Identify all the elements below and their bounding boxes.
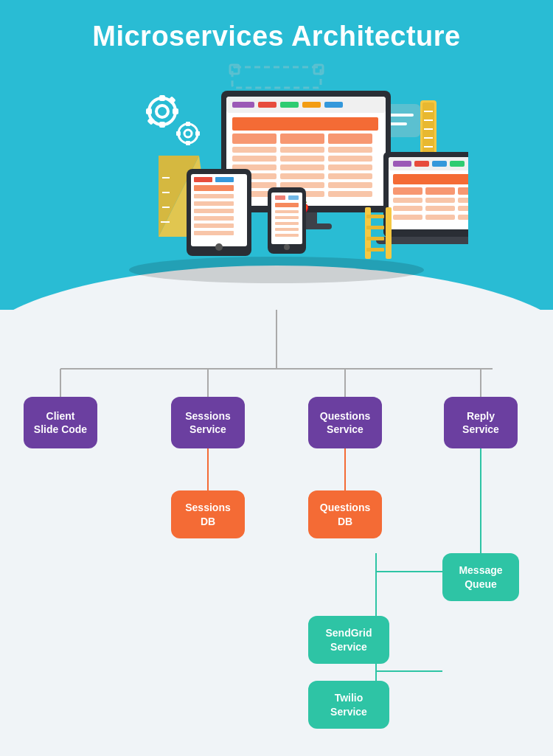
sessions-service-label: SessionsService [185,409,230,436]
svg-rect-8 [173,108,178,114]
svg-rect-106 [288,195,299,200]
svg-rect-14 [186,122,190,126]
svg-rect-111 [275,228,299,231]
svg-rect-6 [159,95,165,101]
svg-rect-50 [280,147,324,153]
svg-rect-15 [186,141,190,145]
message-queue-label: MessageQueue [459,563,502,590]
svg-rect-88 [425,215,455,220]
connector-lines [0,310,553,752]
svg-rect-118 [366,237,384,240]
twilio-node: TwilioService [308,681,389,729]
svg-rect-45 [232,117,378,131]
svg-rect-63 [328,182,372,188]
svg-rect-105 [275,195,285,200]
svg-rect-112 [275,234,299,237]
svg-rect-110 [275,222,299,225]
svg-rect-81 [393,198,422,203]
svg-point-113 [284,244,290,250]
svg-point-13 [184,130,192,137]
questions-db-node: QuestionsDB [308,490,382,538]
svg-rect-40 [232,102,254,108]
svg-rect-76 [450,161,465,167]
svg-rect-51 [328,147,372,153]
svg-point-5 [156,105,168,117]
svg-rect-59 [280,173,324,179]
sessions-service-node: SessionsService [171,397,245,448]
svg-rect-107 [275,203,299,207]
message-queue-node: MessageQueue [442,553,519,601]
svg-rect-53 [280,156,324,162]
svg-rect-52 [232,156,276,162]
reply-service-label: ReplyService [462,409,499,436]
svg-rect-119 [366,248,384,252]
hero-illustration: 🍎 [0,52,553,288]
svg-rect-42 [280,102,299,108]
svg-rect-86 [458,206,468,211]
svg-rect-54 [328,156,372,162]
svg-rect-98 [194,209,234,213]
svg-rect-79 [425,187,455,195]
svg-rect-85 [425,206,455,211]
svg-rect-108 [275,210,299,213]
svg-rect-9 [146,108,152,114]
svg-rect-47 [280,133,324,144]
svg-rect-49 [232,147,276,153]
svg-rect-84 [393,206,422,211]
svg-point-12 [178,124,198,143]
header-section: Microservices Architecture [0,0,553,310]
page-title: Microservices Architecture [0,0,553,52]
svg-rect-89 [458,215,468,220]
svg-rect-66 [328,191,372,197]
svg-rect-116 [366,215,384,218]
svg-rect-41 [258,102,276,108]
svg-rect-99 [194,216,234,221]
svg-rect-11 [147,117,155,125]
svg-rect-96 [194,194,234,198]
svg-rect-83 [458,198,468,203]
svg-rect-80 [458,187,468,195]
questions-db-label: QuestionsDB [320,501,370,527]
svg-rect-115 [386,207,392,259]
svg-rect-44 [324,102,343,108]
svg-point-102 [215,243,223,251]
svg-rect-7 [159,122,165,128]
svg-rect-117 [366,226,384,229]
svg-rect-73 [393,161,411,167]
illustration-svg: 🍎 [85,60,468,288]
svg-rect-101 [194,231,234,235]
svg-rect-82 [425,198,455,203]
svg-point-0 [129,257,424,283]
svg-rect-56 [280,164,324,170]
svg-rect-10 [167,96,175,104]
svg-rect-78 [393,187,422,195]
client-label: ClientSlide Code [34,409,87,436]
sendgrid-node: SendGridService [308,616,389,664]
svg-rect-94 [215,177,234,182]
svg-rect-97 [194,201,234,206]
questions-service-node: QuestionsService [308,397,382,448]
svg-rect-87 [393,215,422,220]
twilio-label: TwilioService [330,691,367,718]
svg-rect-100 [194,223,234,228]
svg-rect-95 [194,185,234,191]
svg-rect-77 [393,174,468,184]
svg-rect-62 [280,182,324,188]
svg-rect-16 [195,131,200,136]
sessions-db-node: SessionsDB [171,490,245,538]
svg-rect-43 [302,102,321,108]
svg-rect-46 [232,133,276,144]
architecture-diagram: ClientSlide Code SessionsService Questio… [0,310,553,752]
client-node: ClientSlide Code [24,397,97,448]
reply-service-node: ReplyService [444,397,518,448]
svg-rect-109 [275,216,299,219]
svg-rect-1 [232,67,321,88]
svg-rect-74 [414,161,429,167]
svg-rect-60 [328,173,372,179]
svg-rect-48 [328,133,372,144]
svg-rect-57 [328,164,372,170]
questions-service-label: QuestionsService [320,409,370,436]
svg-rect-75 [432,161,447,167]
svg-rect-17 [176,131,181,136]
svg-rect-93 [194,177,212,182]
